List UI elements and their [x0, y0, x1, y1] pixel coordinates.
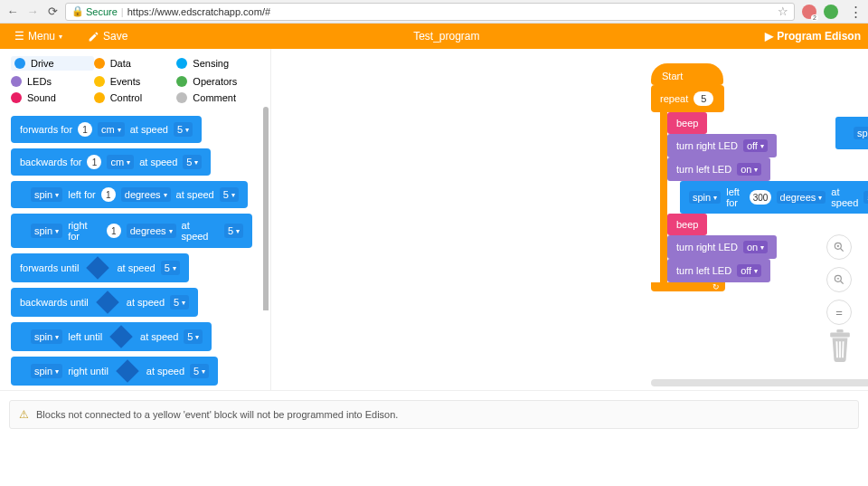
category-sensing[interactable]: Sensing — [176, 56, 259, 71]
horizontal-scrollbar[interactable] — [651, 379, 868, 386]
workspace-canvas[interactable]: Start repeat 5 beep turn right LED off t… — [271, 49, 868, 390]
category-data[interactable]: Data — [94, 56, 177, 71]
program-edison-button[interactable]: ▶ Program Edison — [765, 30, 861, 43]
speed-dropdown[interactable]: 5 — [190, 364, 209, 378]
turn-right-led-block[interactable]: turn right LED on — [667, 235, 777, 259]
block-forwards-until[interactable]: forwards until at speed 5 — [11, 253, 189, 282]
block-list[interactable]: forwards for 1 cm at speed 5 backwards f… — [0, 107, 270, 390]
bookmark-star-icon[interactable]: ☆ — [778, 5, 788, 18]
block-value[interactable]: 1 — [107, 224, 121, 238]
spin-left-block[interactable]: spin left for 300 degrees at speed 5 — [680, 181, 868, 214]
block-value[interactable]: 1 — [87, 155, 101, 169]
speed-dropdown[interactable]: 5 — [174, 122, 193, 137]
detached-spin-block[interactable]: spin right for 300 degrees at speed 5 — [835, 117, 868, 149]
extension-icon[interactable]: 2 — [802, 5, 816, 19]
secure-indicator: 🔒 Secure — [71, 5, 118, 17]
condition-slot[interactable] — [96, 291, 118, 313]
led-state-dropdown[interactable]: on — [743, 241, 768, 253]
start-hat-block[interactable]: Start — [651, 63, 723, 85]
trash-icon — [826, 329, 854, 362]
spin-dropdown[interactable]: spin — [31, 224, 62, 238]
block-forwards-for[interactable]: forwards for 1 cm at speed 5 — [11, 116, 202, 143]
speed-dropdown[interactable]: 5 — [170, 295, 189, 310]
play-icon: ▶ — [765, 30, 773, 43]
chrome-menu-icon[interactable]: ⋮ — [849, 4, 863, 20]
speed-dropdown[interactable]: 5 — [863, 191, 868, 204]
block-spin-left-until[interactable]: spin left until at speed 5 — [11, 322, 212, 351]
condition-slot[interactable] — [87, 256, 109, 279]
trash-button[interactable] — [826, 329, 854, 364]
category-label: Control — [110, 92, 142, 103]
speed-dropdown[interactable]: 5 — [184, 329, 203, 344]
beep-block[interactable]: beep — [667, 112, 707, 134]
block-backwards-until[interactable]: backwards until at speed 5 — [11, 288, 198, 317]
block-value[interactable]: 1 — [101, 187, 116, 202]
beep-block[interactable]: beep — [667, 214, 707, 235]
block-label: at speed — [140, 331, 178, 342]
address-bar[interactable]: 🔒 Secure | https://www.edscratchapp.com/… — [65, 3, 795, 21]
recenter-button[interactable]: = — [826, 300, 852, 325]
repeat-block[interactable]: repeat 5 — [651, 85, 724, 112]
block-label: forwards until — [20, 262, 79, 273]
url-text: https://www.edscratchapp.com/# — [127, 6, 270, 17]
category-sound[interactable]: Sound — [11, 92, 94, 103]
led-state-dropdown[interactable]: off — [743, 139, 768, 152]
speed-dropdown[interactable]: 5 — [220, 187, 239, 202]
spin-dropdown[interactable]: spin — [689, 191, 721, 204]
spin-dropdown[interactable]: spin — [31, 364, 62, 378]
unit-dropdown[interactable]: cm — [98, 122, 125, 137]
block-value[interactable]: 300 — [750, 190, 770, 205]
zoom-out-button[interactable] — [826, 267, 852, 292]
back-button[interactable]: ← — [5, 5, 20, 19]
block-spin-right-for[interactable]: spin right for 1 degrees at speed 5 — [11, 214, 252, 248]
zoom-in-button[interactable] — [826, 234, 852, 260]
unit-dropdown[interactable]: degrees — [777, 191, 826, 204]
turn-right-led-block[interactable]: turn right LED off — [667, 134, 777, 157]
block-spin-left-for[interactable]: spin left for 1 degrees at speed 5 — [11, 181, 248, 208]
spin-dropdown[interactable]: spin — [31, 329, 62, 344]
category-dot-icon — [11, 76, 22, 87]
category-label: Data — [110, 58, 131, 69]
warning-message: ⚠ Blocks not connected to a yellow 'even… — [9, 400, 859, 429]
category-drive[interactable]: Drive — [11, 56, 94, 71]
svg-line-1 — [841, 249, 844, 252]
block-label: left for — [68, 189, 96, 200]
led-state-dropdown[interactable]: on — [737, 163, 761, 176]
category-comment[interactable]: Comment — [176, 92, 259, 103]
turn-left-led-block[interactable]: turn left LED off — [667, 259, 770, 282]
save-button[interactable]: Save — [88, 30, 127, 43]
category-control[interactable]: Control — [94, 92, 177, 103]
category-events[interactable]: Events — [94, 76, 177, 87]
category-grid: DriveDataSensingLEDsEventsOperatorsSound… — [0, 49, 270, 107]
unit-dropdown[interactable]: cm — [107, 155, 134, 169]
menu-label: Menu — [28, 30, 55, 43]
turn-left-led-block[interactable]: turn left LED on — [667, 157, 770, 181]
reload-button[interactable]: ⟳ — [45, 5, 60, 19]
chevron-down-icon: ▾ — [59, 33, 62, 41]
block-label: backwards until — [20, 297, 89, 308]
menu-button[interactable]: ☰ Menu ▾ — [7, 27, 70, 45]
block-backwards-for[interactable]: backwards for 1 cm at speed 5 — [11, 148, 211, 176]
category-label: Sensing — [193, 58, 229, 69]
repeat-count[interactable]: 5 — [693, 91, 713, 106]
spin-dropdown[interactable]: spin — [31, 187, 62, 202]
speed-dropdown[interactable]: 5 — [224, 224, 243, 238]
block-palette: DriveDataSensingLEDsEventsOperatorsSound… — [0, 49, 271, 390]
block-spin-right-until[interactable]: spin right until at speed 5 — [11, 357, 218, 386]
unit-dropdown[interactable]: degrees — [127, 224, 176, 238]
repeat-foot: ↻ — [651, 282, 725, 291]
forward-button[interactable]: → — [25, 5, 40, 19]
block-value[interactable]: 1 — [78, 122, 92, 137]
condition-slot[interactable] — [116, 359, 138, 382]
speed-dropdown[interactable]: 5 — [183, 155, 202, 169]
spin-dropdown[interactable]: spin — [854, 127, 868, 139]
block-label: at speed — [117, 262, 155, 273]
category-dot-icon — [14, 58, 25, 69]
category-leds[interactable]: LEDs — [11, 76, 94, 87]
unit-dropdown[interactable]: degrees — [121, 187, 171, 202]
condition-slot[interactable] — [109, 325, 132, 348]
speed-dropdown[interactable]: 5 — [161, 261, 180, 275]
profile-avatar[interactable] — [824, 5, 838, 19]
led-state-dropdown[interactable]: off — [737, 264, 761, 277]
category-operators[interactable]: Operators — [176, 76, 259, 87]
